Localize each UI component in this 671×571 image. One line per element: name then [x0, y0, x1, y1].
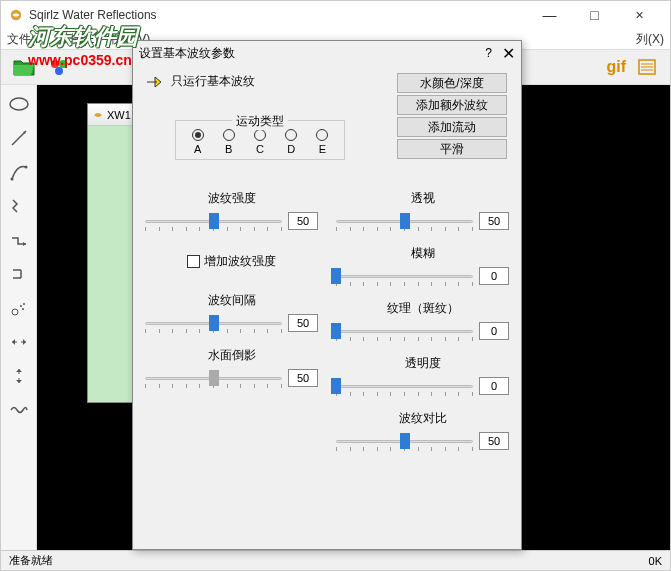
menu-file[interactable]: 文件(F): [7, 31, 46, 48]
water-reflection-label: 水面倒影: [145, 347, 318, 364]
connector-tool[interactable]: [6, 261, 32, 287]
wave-contrast-slider[interactable]: [336, 431, 473, 451]
blur-value[interactable]: 0: [479, 267, 509, 285]
motion-type-group: 运动类型 ABCDE: [175, 120, 345, 160]
dialog-titlebar: 设置基本波纹参数 ? ✕: [133, 41, 521, 65]
zigzag-tool[interactable]: [6, 193, 32, 219]
radio-d[interactable]: D: [285, 129, 297, 155]
arrow-icon: [145, 74, 165, 90]
spray-tool[interactable]: [6, 295, 32, 321]
wave-strength-value[interactable]: 50: [288, 212, 318, 230]
texture-slider[interactable]: [336, 321, 473, 341]
blur-label: 模糊: [336, 245, 509, 262]
wave-contrast-thumb[interactable]: [400, 433, 410, 449]
wave-settings-dialog: 设置基本波纹参数 ? ✕ 只运行基本波纹 水颜色/深度 添加额外波纹 添加流动 …: [132, 40, 522, 550]
svg-marker-21: [16, 380, 22, 383]
texture-value[interactable]: 0: [479, 322, 509, 340]
wave-tool[interactable]: [6, 397, 32, 423]
perspective-label: 透视: [336, 190, 509, 207]
perspective-slider[interactable]: [336, 211, 473, 231]
increase-strength-checkbox[interactable]: [187, 255, 200, 268]
svg-point-16: [23, 303, 25, 305]
motion-type-legend: 运动类型: [232, 113, 288, 130]
water-reflection-slider[interactable]: [145, 368, 282, 388]
add-extra-wave-button[interactable]: 添加额外波纹: [397, 95, 507, 115]
flip-v-tool[interactable]: [6, 363, 32, 389]
titlebar: Sqirlz Water Reflections — □ ×: [1, 1, 670, 29]
svg-point-2: [59, 60, 67, 68]
water-reflection-value[interactable]: 50: [288, 369, 318, 387]
svg-point-1: [51, 60, 59, 68]
run-basic-wave-label[interactable]: 只运行基本波纹: [171, 73, 255, 90]
wave-interval-slider-block: 波纹间隔50: [145, 292, 318, 333]
ellipse-tool[interactable]: [6, 91, 32, 117]
wave-interval-thumb[interactable]: [209, 315, 219, 331]
window-title: Sqirlz Water Reflections: [29, 8, 157, 22]
radio-b[interactable]: B: [223, 129, 235, 155]
close-button[interactable]: ×: [617, 1, 662, 29]
water-reflection-slider-block: 水面倒影50: [145, 347, 318, 388]
svg-point-8: [10, 98, 28, 110]
wave-interval-slider[interactable]: [145, 313, 282, 333]
water-color-button[interactable]: 水颜色/深度: [397, 73, 507, 93]
dialog-title: 设置基本波纹参数: [139, 45, 235, 62]
doc-title: XW1: [107, 109, 131, 121]
gif-label[interactable]: gif: [606, 58, 626, 76]
open-button[interactable]: [9, 52, 39, 82]
water-reflection-thumb[interactable]: [209, 370, 219, 386]
svg-point-11: [10, 178, 13, 181]
svg-point-12: [24, 166, 27, 169]
radio-a[interactable]: A: [192, 129, 204, 155]
menu-edit[interactable]: 编辑(E): [58, 31, 98, 48]
perspective-value[interactable]: 50: [479, 212, 509, 230]
minimize-button[interactable]: —: [527, 1, 572, 29]
transparency-thumb[interactable]: [331, 378, 341, 394]
status-ok: 0K: [649, 555, 662, 567]
svg-line-9: [12, 131, 26, 145]
svg-marker-18: [12, 339, 15, 345]
transparency-label: 透明度: [336, 355, 509, 372]
wave-interval-value[interactable]: 50: [288, 314, 318, 332]
transparency-value[interactable]: 0: [479, 377, 509, 395]
blur-slider[interactable]: [336, 266, 473, 286]
radio-e[interactable]: E: [316, 129, 328, 155]
wave-strength-slider-block: 波纹强度50: [145, 190, 318, 231]
transparency-slider[interactable]: [336, 376, 473, 396]
svg-point-15: [20, 305, 22, 307]
doc-icon: [92, 109, 104, 121]
perspective-thumb[interactable]: [400, 213, 410, 229]
radio-c[interactable]: C: [254, 129, 266, 155]
menu-column[interactable]: 列(X): [636, 31, 664, 48]
wave-strength-thumb[interactable]: [209, 213, 219, 229]
flip-h-tool[interactable]: [6, 329, 32, 355]
left-toolbar: [1, 85, 37, 550]
wave-strength-slider[interactable]: [145, 211, 282, 231]
smooth-button[interactable]: 平滑: [397, 139, 507, 159]
line-tool[interactable]: [6, 125, 32, 151]
svg-point-14: [12, 309, 18, 315]
add-flow-button[interactable]: 添加流动: [397, 117, 507, 137]
svg-marker-19: [23, 339, 26, 345]
wave-contrast-slider-block: 波纹对比50: [336, 410, 509, 451]
palette-button[interactable]: [45, 52, 75, 82]
perspective-slider-block: 透视50: [336, 190, 509, 231]
dialog-close-button[interactable]: ✕: [502, 44, 515, 63]
texture-slider-block: 纹理（斑纹）0: [336, 300, 509, 341]
svg-marker-13: [23, 242, 26, 246]
wave-contrast-label: 波纹对比: [336, 410, 509, 427]
maximize-button[interactable]: □: [572, 1, 617, 29]
blur-thumb[interactable]: [331, 268, 341, 284]
help-button[interactable]: ?: [485, 46, 492, 60]
wave-interval-label: 波纹间隔: [145, 292, 318, 309]
curve-tool[interactable]: [6, 159, 32, 185]
svg-marker-20: [16, 369, 22, 372]
gif-settings-button[interactable]: [632, 52, 662, 82]
statusbar: 准备就绪 0K: [1, 550, 670, 570]
texture-thumb[interactable]: [331, 323, 341, 339]
increase-strength-checkbox-row[interactable]: 增加波纹强度: [145, 253, 318, 270]
transparency-slider-block: 透明度0: [336, 355, 509, 396]
wave-contrast-value[interactable]: 50: [479, 432, 509, 450]
svg-point-17: [22, 308, 24, 310]
step-tool[interactable]: [6, 227, 32, 253]
texture-label: 纹理（斑纹）: [336, 300, 509, 317]
